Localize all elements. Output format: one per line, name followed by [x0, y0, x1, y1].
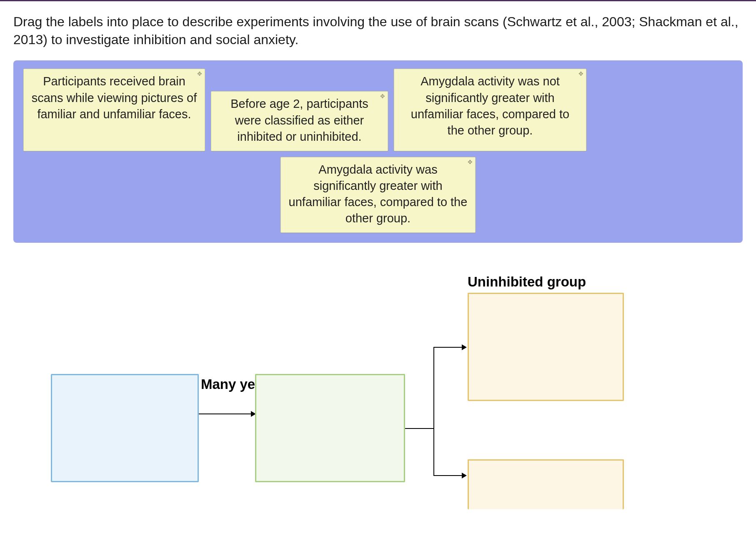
drag-label-amygdala-greater[interactable]: ✥ Amygdala activity was significantly gr… [280, 157, 476, 233]
move-icon: ✥ [468, 159, 473, 165]
drag-label-classified-before-2[interactable]: ✥ Before age 2, participants were classi… [211, 91, 388, 151]
dropzone-inhibited-result[interactable] [468, 459, 624, 509]
flow-diagram: Uninhibited group Many years [13, 280, 743, 513]
question-prompt: Drag the labels into place to describe e… [13, 13, 738, 49]
arrow-to-uninhibited [433, 347, 466, 348]
drag-label-text: Amygdala activity was significantly grea… [289, 163, 468, 225]
move-icon: ✥ [197, 71, 202, 77]
connector-out-of-stage2 [405, 428, 434, 429]
drag-label-text: Before age 2, participants were classifi… [230, 97, 368, 143]
drag-label-text: Participants received brain scans while … [32, 75, 197, 120]
drag-label-brain-scans[interactable]: ✥ Participants received brain scans whil… [23, 69, 205, 151]
move-icon: ✥ [578, 71, 583, 77]
dropzone-uninhibited-result[interactable] [468, 293, 624, 401]
label-bank: ✥ Participants received brain scans whil… [13, 60, 743, 243]
label-bank-row-1: ✥ Participants received brain scans whil… [23, 69, 733, 151]
arrow-to-inhibited [433, 475, 466, 476]
dropzone-stage-1[interactable] [51, 374, 199, 482]
dropzone-stage-2[interactable] [255, 374, 405, 482]
connector-vertical-split [433, 347, 434, 476]
move-icon: ✥ [380, 93, 385, 99]
drag-label-amygdala-not-greater[interactable]: ✥ Amygdala activity was not significantl… [394, 69, 586, 151]
uninhibited-group-label: Uninhibited group [468, 274, 586, 290]
drag-label-text: Amygdala activity was not significantly … [411, 75, 569, 137]
label-bank-row-2: ✥ Amygdala activity was significantly gr… [23, 157, 733, 233]
question-page: Drag the labels into place to describe e… [0, 1, 756, 525]
arrow-stage1-to-stage2 [199, 414, 255, 414]
